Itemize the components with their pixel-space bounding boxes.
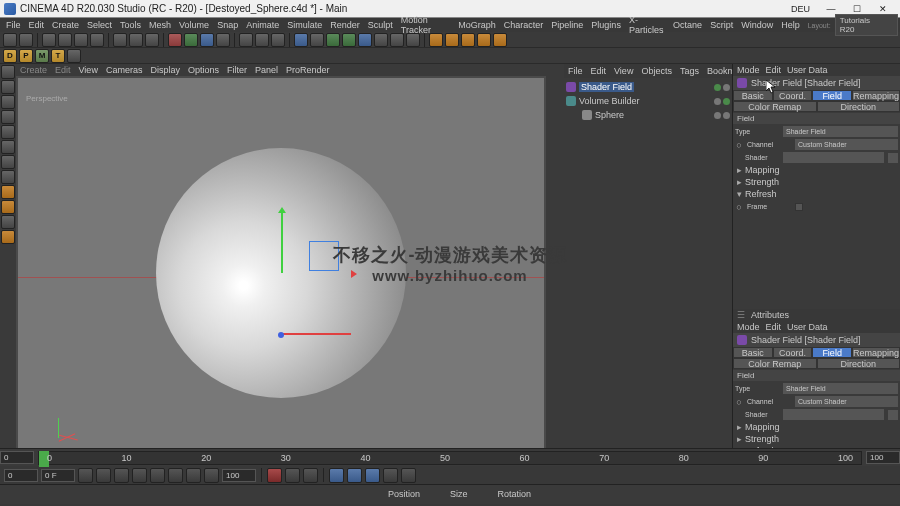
snap-button[interactable] bbox=[1, 185, 15, 199]
key-param-button[interactable] bbox=[383, 468, 398, 483]
octane-button[interactable] bbox=[445, 33, 459, 47]
group-strength2[interactable]: ▸Strength bbox=[733, 433, 900, 445]
tree-row-volumebuilder[interactable]: Volume Builder bbox=[566, 94, 730, 108]
view-menu-view[interactable]: View bbox=[79, 65, 98, 75]
poly-mode-button[interactable] bbox=[1, 140, 15, 154]
next-key-button[interactable] bbox=[186, 468, 201, 483]
attr-mode[interactable]: Mode bbox=[737, 65, 760, 75]
tree-row-sphere[interactable]: Sphere bbox=[566, 108, 730, 122]
x-axis-icon[interactable] bbox=[281, 333, 351, 335]
menu-select[interactable]: Select bbox=[83, 20, 116, 30]
tool-btn[interactable] bbox=[145, 33, 159, 47]
om-file[interactable]: File bbox=[568, 66, 583, 76]
render-button[interactable] bbox=[271, 33, 285, 47]
y-axis-icon[interactable] bbox=[281, 213, 283, 273]
select-tool[interactable] bbox=[42, 33, 56, 47]
attr-userdata[interactable]: User Data bbox=[787, 65, 828, 75]
view-menu-cameras[interactable]: Cameras bbox=[106, 65, 143, 75]
tab-coord[interactable]: Coord. bbox=[773, 347, 813, 358]
texture-mode-button[interactable] bbox=[1, 80, 15, 94]
menu-file[interactable]: File bbox=[2, 20, 25, 30]
key-pla-button[interactable] bbox=[401, 468, 416, 483]
view-edit[interactable]: Edit bbox=[55, 65, 71, 75]
menu-motiontracker[interactable]: Motion Tracker bbox=[397, 15, 455, 35]
menu-script[interactable]: Script bbox=[706, 20, 737, 30]
mid-divider[interactable] bbox=[546, 64, 564, 470]
layout-selector[interactable]: Tutorials R20 bbox=[835, 14, 898, 36]
workplane-button[interactable] bbox=[1, 95, 15, 109]
viewport-solo-button[interactable] bbox=[1, 170, 15, 184]
menu-create[interactable]: Create bbox=[48, 20, 83, 30]
render-dot[interactable] bbox=[723, 84, 730, 91]
menu-mograph[interactable]: MoGraph bbox=[454, 20, 500, 30]
view-menu-prorender[interactable]: ProRender bbox=[286, 65, 330, 75]
tab-direction[interactable]: Direction bbox=[817, 358, 901, 369]
menu-render[interactable]: Render bbox=[326, 20, 364, 30]
tab-colorremap[interactable]: Color Remap bbox=[733, 358, 817, 369]
octane-button[interactable] bbox=[493, 33, 507, 47]
menu-plugins[interactable]: Plugins bbox=[587, 20, 625, 30]
camera-button[interactable] bbox=[390, 33, 404, 47]
tab-coord[interactable]: Coord. bbox=[773, 90, 813, 101]
menu-character[interactable]: Character bbox=[500, 20, 548, 30]
shader-slot2[interactable] bbox=[783, 409, 884, 420]
menu-edit[interactable]: Edit bbox=[25, 20, 49, 30]
group-mapping[interactable]: ▸Mapping bbox=[733, 164, 900, 176]
channel-dropdown2[interactable]: Custom Shader bbox=[795, 396, 898, 407]
autokey-button[interactable] bbox=[285, 468, 300, 483]
menu-animate[interactable]: Animate bbox=[242, 20, 283, 30]
frame-end[interactable]: 100 bbox=[866, 451, 900, 464]
octane-button[interactable] bbox=[429, 33, 443, 47]
render-dot[interactable] bbox=[723, 98, 730, 105]
next-frame-button[interactable] bbox=[168, 468, 183, 483]
z-axis-icon[interactable] bbox=[278, 332, 284, 338]
scale-tool[interactable] bbox=[74, 33, 88, 47]
menu-octane[interactable]: Octane bbox=[669, 20, 706, 30]
menu-window[interactable]: Window bbox=[737, 20, 777, 30]
menu-xparticles[interactable]: X-Particles bbox=[625, 15, 669, 35]
group-mapping2[interactable]: ▸Mapping bbox=[733, 421, 900, 433]
attr2-mode[interactable]: Mode bbox=[737, 322, 760, 332]
render-dot[interactable] bbox=[723, 112, 730, 119]
range-start[interactable]: 0 bbox=[4, 469, 38, 482]
attr2-userdata[interactable]: User Data bbox=[787, 322, 828, 332]
group-refresh[interactable]: ▾Refresh bbox=[733, 188, 900, 200]
om-edit[interactable]: Edit bbox=[591, 66, 607, 76]
view-menu-options[interactable]: Options bbox=[188, 65, 219, 75]
visibility-dot[interactable] bbox=[714, 112, 721, 119]
play-forward-button[interactable] bbox=[150, 468, 165, 483]
view-menu-display[interactable]: Display bbox=[150, 65, 180, 75]
attr2-edit[interactable]: Edit bbox=[766, 322, 782, 332]
mode-m[interactable]: M bbox=[35, 49, 49, 63]
render-view-button[interactable] bbox=[239, 33, 253, 47]
tool-btn[interactable] bbox=[129, 33, 143, 47]
tab-remapping[interactable]: Remapping bbox=[852, 347, 900, 358]
prev-frame-button[interactable] bbox=[114, 468, 129, 483]
play-backward-button[interactable] bbox=[132, 468, 147, 483]
enable-axis-button[interactable] bbox=[1, 155, 15, 169]
attr-edit[interactable]: Edit bbox=[766, 65, 782, 75]
model-mode-button[interactable] bbox=[1, 65, 15, 79]
planar-workplane-button[interactable] bbox=[1, 230, 15, 244]
locked-workplane-button[interactable] bbox=[1, 215, 15, 229]
tab-direction[interactable]: Direction bbox=[817, 101, 901, 112]
menu-sculpt[interactable]: Sculpt bbox=[364, 20, 397, 30]
key-pos-button[interactable] bbox=[329, 468, 344, 483]
menu-simulate[interactable]: Simulate bbox=[283, 20, 326, 30]
timeline[interactable]: 0 0102030405060708090100 100 bbox=[0, 448, 900, 466]
om-objects[interactable]: Objects bbox=[641, 66, 672, 76]
menu-mesh[interactable]: Mesh bbox=[145, 20, 175, 30]
menu-volume[interactable]: Volume bbox=[175, 20, 213, 30]
key-scale-button[interactable] bbox=[347, 468, 362, 483]
spline-button[interactable] bbox=[310, 33, 324, 47]
shader-arrow-icon[interactable] bbox=[888, 410, 898, 420]
undo-button[interactable] bbox=[3, 33, 17, 47]
tab-field[interactable]: Field bbox=[812, 90, 852, 101]
perspective-viewport[interactable]: Perspective bbox=[18, 78, 544, 468]
expand-icon[interactable]: ○ bbox=[735, 140, 743, 150]
mode-p[interactable]: P bbox=[19, 49, 33, 63]
mode-extra[interactable] bbox=[67, 49, 81, 63]
view-create[interactable]: Create bbox=[20, 65, 47, 75]
frame-checkbox[interactable] bbox=[795, 203, 803, 211]
group-strength[interactable]: ▸Strength bbox=[733, 176, 900, 188]
